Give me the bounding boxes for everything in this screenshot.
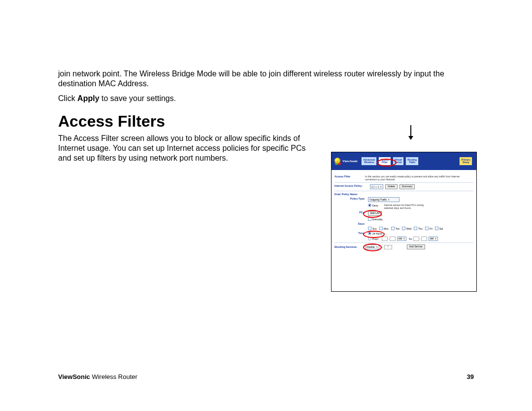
page-number: 39: [467, 373, 474, 380]
tab-access-filter[interactable]: Access Filter: [378, 157, 391, 166]
blocking-select[interactable]: Disable: [365, 244, 379, 249]
section-desc: In this section you can easily create po…: [365, 175, 464, 181]
separator: [334, 191, 473, 191]
delete-button[interactable]: Delete: [385, 184, 397, 189]
enter-policy-name-label: Enter Policy Name:: [334, 193, 370, 196]
brand-mark-icon: [333, 157, 341, 166]
footer-brand: ViewSonic: [58, 373, 90, 380]
tab-primary-setup[interactable]: Primary Setup: [459, 157, 472, 166]
section-title: Access Filter: [334, 175, 365, 178]
day-sat[interactable]: Sat: [435, 227, 443, 230]
from-hour[interactable]: [382, 237, 388, 241]
from-min[interactable]: [390, 237, 396, 241]
blocking-sep: ~: [382, 245, 383, 248]
day-wed[interactable]: Wed: [402, 227, 411, 230]
time-label: Time:: [334, 232, 368, 235]
footer-product: Wireless Router: [90, 373, 137, 380]
deny-radio[interactable]: Deny: [368, 204, 378, 207]
figure-nav-bar: ViewSonic Advanced Wireless Access Filte…: [332, 152, 476, 170]
day-mon[interactable]: Mon: [379, 227, 389, 230]
add-service-button[interactable]: Add Service: [407, 244, 425, 249]
section-heading: Access Filters: [58, 112, 474, 131]
apply-bold: Apply: [77, 94, 99, 103]
summary-button[interactable]: Summary: [399, 184, 415, 189]
radio-24-hours[interactable]: 24 Hours: [368, 232, 382, 235]
policy-type-select[interactable]: Outgoing Traffic: [368, 197, 399, 202]
tab-advanced-wireless[interactable]: Advanced Wireless: [361, 157, 377, 166]
policy-type-label: Policy Type:: [334, 197, 368, 200]
blocking-services-label: Blocking Services:: [334, 245, 365, 248]
edit-list-label: Edit List: [370, 211, 379, 214]
to-label: To:: [409, 238, 412, 240]
separator: [334, 182, 473, 183]
page-footer: ViewSonic Wireless Router 39: [58, 373, 474, 380]
radio-from[interactable]: From:: [368, 237, 379, 240]
policy-label: Internet Access Policy:: [334, 184, 370, 187]
policy-select[interactable]: 1 ( — ): [370, 184, 383, 189]
intro-paragraph: join network point. The Wireless Bridge …: [58, 69, 474, 89]
day-thu[interactable]: Thu: [414, 227, 423, 230]
day-fri[interactable]: Fri: [425, 227, 432, 230]
edit-list-button[interactable]: Edit List: [368, 211, 382, 216]
blocking-port[interactable]: 0: [384, 245, 392, 249]
everyday-checkbox[interactable]: Everyday: [368, 217, 383, 221]
apply-line: Click Apply to save your settings.: [58, 94, 474, 103]
to-ampm[interactable]: AM: [429, 237, 438, 241]
apply-suffix: to save your settings.: [100, 94, 176, 103]
days-label: Days:: [334, 222, 368, 225]
section-description: The Access Filter screen allows you to b…: [58, 134, 319, 163]
day-tue[interactable]: Tue: [391, 227, 399, 230]
brand-logo: ViewSonic: [333, 157, 358, 166]
to-hour[interactable]: [413, 237, 419, 241]
day-sun[interactable]: Sun: [368, 227, 377, 230]
tab-virtual-server[interactable]: Virtual Server: [393, 157, 404, 166]
tab-routing-table[interactable]: Routing Table: [405, 157, 419, 166]
screenshot-figure: ViewSonic Advanced Wireless Access Filte…: [331, 152, 477, 292]
pcs-label: PCs:: [334, 211, 368, 214]
to-min[interactable]: [421, 237, 427, 241]
tab-access-filter-label: Access Filter: [380, 159, 389, 164]
separator: [334, 242, 473, 243]
deny-hint: Internet access for listed PCs during se…: [384, 204, 433, 209]
brand-text: ViewSonic: [342, 159, 358, 163]
from-ampm[interactable]: AM: [397, 237, 407, 241]
apply-prefix: Click: [58, 94, 77, 103]
